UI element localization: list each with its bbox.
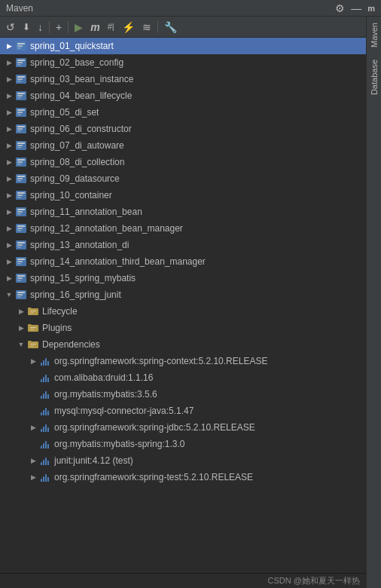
tree-label-spring_06: spring_06_di_constructor xyxy=(30,124,132,134)
tree-item-spring_02[interactable]: ▶ spring_02_base_config xyxy=(0,54,366,71)
database-tab[interactable]: Database xyxy=(367,54,381,101)
tree-arrow-spring_02[interactable]: ▶ xyxy=(3,59,15,66)
tree-arrow-spring_11[interactable]: ▶ xyxy=(3,208,15,216)
svg-rect-86 xyxy=(41,429,42,432)
tree-item-dep1[interactable]: ▶ org.springframework:spring-context:5.2… xyxy=(0,353,366,369)
tree-item-lifecycle[interactable]: ▶ Lifecycle xyxy=(0,303,366,320)
tree-arrow-dependencies[interactable]: ▼ xyxy=(15,341,27,348)
svg-rect-89 xyxy=(47,427,49,432)
lightning-button[interactable]: ⚡ xyxy=(119,20,138,34)
tree-item-spring_07[interactable]: ▶ spring_07_di_autoware xyxy=(0,137,366,154)
add-button[interactable]: + xyxy=(53,20,65,34)
tree-arrow-spring_06[interactable]: ▶ xyxy=(3,125,15,133)
download-button[interactable]: ⬇ xyxy=(20,21,33,33)
tree-arrow-dep5[interactable]: ▶ xyxy=(27,424,39,431)
tree-item-spring_10[interactable]: ▶ spring_10_container xyxy=(0,187,366,204)
svg-rect-82 xyxy=(41,412,42,415)
tree-item-spring_11[interactable]: ▶ spring_11_annotation_bean xyxy=(0,204,366,220)
tree-item-spring_04[interactable]: ▶ spring_04_bean_lifecycle xyxy=(0,87,366,104)
tree-icon-spring_16 xyxy=(15,289,27,301)
tree-icon-dep4 xyxy=(39,405,51,417)
tree-item-dep6[interactable]: org.mybatis:mybatis-spring:1.3.0 xyxy=(0,436,366,452)
tree-arrow-spring_12[interactable]: ▶ xyxy=(3,225,15,232)
tree-item-dep4[interactable]: mysql:mysql-connector-java:5.1.47 xyxy=(0,403,366,419)
tree-label-spring_05: spring_05_di_set xyxy=(30,107,99,118)
tree-item-spring_05[interactable]: ▶ spring_05_di_set xyxy=(0,104,366,121)
svg-rect-51 xyxy=(17,247,21,248)
svg-rect-11 xyxy=(17,81,21,82)
tree-item-spring_12[interactable]: ▶ spring_12_annotation_bean_manager xyxy=(0,220,366,237)
tree-arrow-spring_01[interactable]: ▶ xyxy=(3,42,15,50)
maven-tab[interactable]: Maven xyxy=(367,17,381,54)
maven-tree[interactable]: ▶ spring_01_quickstart ▶ spring_02_base_… xyxy=(0,38,366,573)
tree-item-dep2[interactable]: com.alibaba:druid:1.1.16 xyxy=(0,369,366,386)
tree-icon-dep6 xyxy=(39,438,51,450)
tree-arrow-spring_05[interactable]: ▶ xyxy=(3,109,15,116)
tree-item-dependencies[interactable]: ▼ Dependencies xyxy=(0,336,366,353)
tree-icon-spring_05 xyxy=(15,106,27,118)
tree-item-plugins[interactable]: ▶ Plugins xyxy=(0,320,366,336)
tree-arrow-spring_10[interactable]: ▶ xyxy=(3,191,15,199)
run-button[interactable]: ▶ xyxy=(72,20,86,34)
svg-rect-97 xyxy=(47,461,49,465)
collapse-button[interactable]: ↓ xyxy=(35,20,46,34)
tree-item-spring_13[interactable]: ▶ spring_13_annotation_di xyxy=(0,237,366,253)
svg-rect-80 xyxy=(45,391,47,399)
tree-label-spring_03: spring_03_bean_instance xyxy=(30,74,133,84)
tree-item-spring_09[interactable]: ▶ spring_09_datasource xyxy=(0,170,366,187)
tree-item-spring_06[interactable]: ▶ spring_06_di_constructor xyxy=(0,121,366,137)
tree-arrow-dep1[interactable]: ▶ xyxy=(27,357,39,365)
tree-arrow-spring_09[interactable]: ▶ xyxy=(3,175,15,182)
minimize-icon[interactable]: — xyxy=(351,2,361,14)
tree-arrow-plugins[interactable]: ▶ xyxy=(15,324,27,332)
tree-arrow-spring_14[interactable]: ▶ xyxy=(3,258,15,265)
settings-icon[interactable]: ⚙ xyxy=(335,2,345,14)
svg-rect-100 xyxy=(45,474,47,482)
svg-rect-95 xyxy=(43,460,44,465)
svg-rect-63 xyxy=(17,296,21,298)
svg-rect-64 xyxy=(30,311,36,311)
tree-item-dep5[interactable]: ▶ org.springframework:spring-jdbc:5.2.10… xyxy=(0,419,366,436)
tree-label-spring_08: spring_08_di_collection xyxy=(30,157,124,167)
tree-arrow-lifecycle[interactable]: ▶ xyxy=(15,308,27,315)
tree-item-spring_01[interactable]: ▶ spring_01_quickstart xyxy=(0,38,366,54)
tree-item-dep3[interactable]: org.mybatis:mybatis:3.5.6 xyxy=(0,386,366,403)
tree-item-spring_15[interactable]: ▶ spring_15_spring_mybatis xyxy=(0,270,366,286)
tree-arrow-spring_04[interactable]: ▶ xyxy=(3,92,15,100)
svg-rect-19 xyxy=(17,114,21,115)
tree-item-spring_08[interactable]: ▶ spring_08_di_collection xyxy=(0,154,366,170)
settings-button[interactable]: 🔧 xyxy=(161,20,180,34)
tree-arrow-spring_16[interactable]: ▼ xyxy=(3,291,15,299)
tree-arrow-dep7[interactable]: ▶ xyxy=(27,457,39,464)
tree-arrow-dep8[interactable]: ▶ xyxy=(27,473,39,481)
svg-rect-55 xyxy=(17,263,21,265)
tree-label-spring_02: spring_02_base_config xyxy=(30,57,123,68)
svg-rect-6 xyxy=(17,62,23,63)
svg-rect-66 xyxy=(30,327,36,328)
tree-label-dep6: org.mybatis:mybatis-spring:1.3.0 xyxy=(54,439,184,449)
tree-item-spring_03[interactable]: ▶ spring_03_bean_instance xyxy=(0,71,366,87)
tree-arrow-spring_03[interactable]: ▶ xyxy=(3,75,15,83)
svg-rect-39 xyxy=(17,197,21,198)
reload-button[interactable]: ↺ xyxy=(3,20,18,34)
tree-item-spring_14[interactable]: ▶ spring_14_annotation_third_bean_manage… xyxy=(0,253,366,270)
tree-item-dep8[interactable]: ▶ org.springframework:spring-test:5.2.10… xyxy=(0,469,366,485)
tree-arrow-spring_08[interactable]: ▶ xyxy=(3,158,15,166)
tree-item-spring_16[interactable]: ▼ spring_16_spring_junit xyxy=(0,286,366,303)
tree-item-dep7[interactable]: ▶ junit:junit:4.12 (test) xyxy=(0,452,366,469)
svg-rect-94 xyxy=(41,462,42,465)
svg-rect-53 xyxy=(17,259,25,260)
svg-rect-98 xyxy=(41,479,42,482)
svg-rect-67 xyxy=(30,329,34,330)
svg-rect-79 xyxy=(43,394,44,399)
svg-rect-1 xyxy=(17,43,25,44)
tree-arrow-spring_07[interactable]: ▶ xyxy=(3,142,15,149)
tree-arrow-spring_15[interactable]: ▶ xyxy=(3,274,15,282)
maven-button[interactable]: m xyxy=(87,20,102,34)
profiles-button[interactable]: ≋ xyxy=(139,20,154,34)
toolbar-sep-3 xyxy=(157,21,158,33)
tree-arrow-spring_13[interactable]: ▶ xyxy=(3,241,15,249)
svg-rect-37 xyxy=(17,192,25,194)
svg-rect-62 xyxy=(17,294,23,296)
phase-button[interactable]: #| xyxy=(105,21,117,32)
